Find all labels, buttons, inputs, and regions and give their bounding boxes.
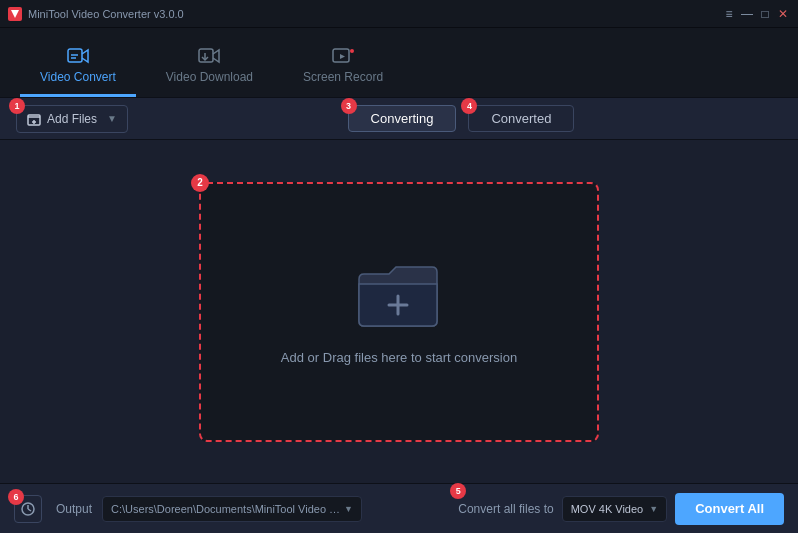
clock-badge: 6 <box>8 489 24 505</box>
converting-subtab[interactable]: 3 Converting <box>348 105 457 132</box>
add-files-icon <box>27 112 41 126</box>
tab-screen-record-label: Screen Record <box>303 70 383 84</box>
tab-bar: Video Convert Video Download Screen Reco… <box>0 28 798 98</box>
add-files-label: Add Files <box>47 112 97 126</box>
converted-label: Converted <box>491 111 551 126</box>
video-download-icon <box>198 47 220 65</box>
svg-marker-0 <box>11 10 19 18</box>
add-files-badge: 1 <box>9 98 25 114</box>
title-bar-left: MiniTool Video Converter v3.0.0 <box>8 7 184 21</box>
svg-marker-8 <box>340 54 345 59</box>
output-path-selector[interactable]: C:\Users\Doreen\Documents\MiniTool Video… <box>102 496 362 522</box>
tab-video-convert-label: Video Convert <box>40 70 116 84</box>
clock-icon <box>20 501 36 517</box>
toolbar: 1 Add Files ▼ 3 Converting 4 Converted <box>0 98 798 140</box>
convert-section-badge: 5 <box>450 483 466 499</box>
converting-label: Converting <box>371 111 434 126</box>
app-logo <box>8 7 22 21</box>
svg-point-7 <box>350 49 354 53</box>
convert-files-label: Convert all files to <box>458 502 553 516</box>
maximize-button[interactable]: □ <box>758 7 772 21</box>
convert-format-value: MOV 4K Video <box>571 503 644 515</box>
screen-record-icon <box>332 47 354 65</box>
title-bar-controls: ≡ — □ ✕ <box>722 7 790 21</box>
footer-bar: 6 Output C:\Users\Doreen\Documents\MiniT… <box>0 483 798 533</box>
title-bar: MiniTool Video Converter v3.0.0 ≡ — □ ✕ <box>0 0 798 28</box>
converted-subtab[interactable]: 4 Converted <box>468 105 574 132</box>
clock-button[interactable]: 6 <box>14 495 42 523</box>
output-path-arrow: ▼ <box>344 504 353 514</box>
converted-badge: 4 <box>461 98 477 114</box>
convert-format-arrow: ▼ <box>649 504 658 514</box>
converting-badge: 3 <box>341 98 357 114</box>
add-files-dropdown-arrow: ▼ <box>107 113 117 124</box>
convert-all-button[interactable]: Convert All <box>675 493 784 525</box>
output-path-text: C:\Users\Doreen\Documents\MiniTool Video… <box>111 503 340 515</box>
folder-icon <box>354 259 444 334</box>
drop-zone-badge: 2 <box>191 174 209 192</box>
output-label: Output <box>56 502 92 516</box>
video-convert-icon <box>67 47 89 65</box>
drop-zone[interactable]: 2 Add or Drag files here to start conver… <box>199 182 599 442</box>
svg-line-16 <box>28 509 31 511</box>
drop-zone-text: Add or Drag files here to start conversi… <box>281 350 517 365</box>
convert-all-section: 5 Convert all files to MOV 4K Video ▼ Co… <box>458 493 784 525</box>
add-files-button[interactable]: 1 Add Files ▼ <box>16 105 128 133</box>
minimize-button[interactable]: — <box>740 7 754 21</box>
app-title: MiniTool Video Converter v3.0.0 <box>28 8 184 20</box>
tab-screen-record[interactable]: Screen Record <box>283 39 403 97</box>
main-content: 2 Add or Drag files here to start conver… <box>0 140 798 483</box>
tab-video-download-label: Video Download <box>166 70 253 84</box>
menu-button[interactable]: ≡ <box>722 7 736 21</box>
tab-video-convert[interactable]: Video Convert <box>20 39 136 97</box>
convert-format-select[interactable]: MOV 4K Video ▼ <box>562 496 667 522</box>
close-button[interactable]: ✕ <box>776 7 790 21</box>
tab-video-download[interactable]: Video Download <box>146 39 273 97</box>
